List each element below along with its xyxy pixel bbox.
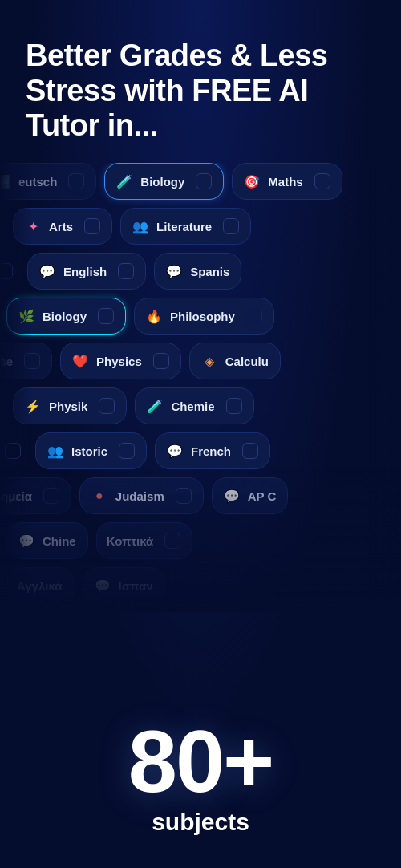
arts-icon: ✦ xyxy=(23,217,43,236)
xhmeia-label: Χημεία xyxy=(0,489,32,503)
biology2-icon: 🌿 xyxy=(17,306,36,326)
chemie-check[interactable] xyxy=(226,398,242,414)
calculus-icon: ◈ xyxy=(200,351,219,371)
subject-row-1: 🔤 eutsch 🧪 Biology 🎯 Maths xyxy=(0,163,401,200)
literature-label: Literature xyxy=(156,220,212,233)
deutsch-icon: 🔤 xyxy=(0,172,12,191)
judaism-label: Judaism xyxy=(115,489,164,503)
subject-pill-deutsch[interactable]: 🔤 eutsch xyxy=(0,163,96,200)
deutsch-check[interactable] xyxy=(68,173,84,189)
physik-label: Physik xyxy=(49,400,87,413)
subject-pill-koptika[interactable]: Κοπτικά xyxy=(96,522,192,559)
ese-check[interactable] xyxy=(24,353,40,369)
subject-row-8: Χημεία ● Judaism 💬 AP C xyxy=(0,477,401,514)
subject-row-7: 👥 Istoric 💬 French xyxy=(0,432,401,469)
subject-row-3: 💬 English 💬 Spanis xyxy=(0,253,401,290)
judaism-icon: ● xyxy=(90,486,109,505)
subject-row-10: Αγγλικά 💬 Ισπαν xyxy=(0,567,401,604)
subject-pill-spanish[interactable]: 💬 Spanis xyxy=(154,253,241,290)
maths-check[interactable] xyxy=(314,173,330,189)
subject-pill-judaism[interactable]: ● Judaism xyxy=(79,477,204,514)
subject-pill-biology1[interactable]: 🧪 Biology xyxy=(104,163,224,200)
subject-pill-philosophy[interactable]: 🔥 Philosophy xyxy=(134,298,274,335)
deutsch-label: eutsch xyxy=(18,175,57,189)
french-label: French xyxy=(191,444,231,458)
arts-label: Arts xyxy=(49,220,73,233)
istoric-icon: 👥 xyxy=(46,441,65,460)
empty-check-1[interactable] xyxy=(0,263,13,279)
calculus-label: Calculu xyxy=(225,355,269,368)
philosophy-check[interactable] xyxy=(246,308,262,324)
subjects-area: 🔤 eutsch 🧪 Biology 🎯 Maths ✦ Arts xyxy=(0,163,401,612)
ispan-label: Ισπαν xyxy=(119,579,153,593)
subject-pill-ap[interactable]: 💬 AP C xyxy=(212,477,289,514)
subject-row-4: 🌿 Biology 🔥 Philosophy xyxy=(0,298,401,335)
subject-pill-ispan[interactable]: 💬 Ισπαν xyxy=(83,567,165,604)
subject-pill-agglika[interactable]: Αγγλικά xyxy=(6,567,75,604)
istoric-label: Istoric xyxy=(71,444,107,458)
ap-icon: 💬 xyxy=(222,486,241,505)
chinese-icon: 💬 xyxy=(17,531,36,550)
xhmeia-check[interactable] xyxy=(43,488,59,504)
subject-pill-maths[interactable]: 🎯 Maths xyxy=(232,163,342,200)
subject-pill-arts[interactable]: ✦ Arts xyxy=(13,208,112,245)
biology1-check[interactable] xyxy=(196,173,212,189)
ese-label: ese xyxy=(0,355,13,368)
subject-pill-physik[interactable]: ⚡ Physik xyxy=(13,387,127,424)
biology2-check[interactable] xyxy=(98,308,114,324)
physics-check[interactable] xyxy=(153,353,169,369)
subject-pill-chinese[interactable]: 💬 Chine xyxy=(6,522,88,559)
philosophy-label: Philosophy xyxy=(170,310,235,323)
subject-row-9: 💬 Chine Κοπτικά xyxy=(0,522,401,559)
chemie-icon: 🧪 xyxy=(145,396,164,416)
subject-pill-physics[interactable]: ❤️ Physics xyxy=(60,343,181,379)
subject-pill-calculus[interactable]: ◈ Calculu xyxy=(189,343,281,379)
judaism-check[interactable] xyxy=(176,488,192,504)
main-title: Better Grades & Less Stress with FREE AI… xyxy=(26,39,375,144)
empty-check-2[interactable] xyxy=(5,443,21,459)
subject-count: 80+ xyxy=(0,717,401,805)
maths-icon: 🎯 xyxy=(242,172,261,191)
biology1-label: Biology xyxy=(140,175,184,189)
subject-pill-istoric[interactable]: 👥 Istoric xyxy=(35,432,147,469)
french-icon: 💬 xyxy=(165,441,184,460)
physics-icon: ❤️ xyxy=(71,351,90,371)
ap-label: AP C xyxy=(248,489,277,503)
istoric-check[interactable] xyxy=(119,443,135,459)
literature-icon: 👥 xyxy=(131,217,150,236)
header-section: Better Grades & Less Stress with FREE AI… xyxy=(0,0,401,163)
english-check[interactable] xyxy=(118,263,134,279)
french-check[interactable] xyxy=(242,443,258,459)
spanish-label: Spanis xyxy=(190,265,229,278)
subject-pill-ese[interactable]: ese xyxy=(0,343,52,379)
subject-row-5: ese ❤️ Physics ◈ Calculu xyxy=(0,343,401,379)
physik-check[interactable] xyxy=(99,398,115,414)
arts-check[interactable] xyxy=(84,218,100,234)
subject-pill-biology2[interactable]: 🌿 Biology xyxy=(6,298,126,335)
literature-check[interactable] xyxy=(223,218,239,234)
chinese-label: Chine xyxy=(43,534,76,548)
biology2-label: Biology xyxy=(43,310,87,323)
subject-row-2: ✦ Arts 👥 Literature xyxy=(6,208,401,245)
physik-icon: ⚡ xyxy=(23,396,43,416)
spanish-icon: 💬 xyxy=(164,262,184,281)
philosophy-icon: 🔥 xyxy=(144,306,164,326)
maths-label: Maths xyxy=(268,175,302,189)
ispan-icon: 💬 xyxy=(93,576,112,595)
agglika-label: Αγγλικά xyxy=(17,579,63,593)
subject-pill-literature[interactable]: 👥 Literature xyxy=(120,208,251,245)
physics-label: Physics xyxy=(96,355,142,368)
english-icon: 💬 xyxy=(38,262,57,281)
subject-pill-xhmeia[interactable]: Χημεία xyxy=(0,477,71,514)
koptika-label: Κοπτικά xyxy=(107,534,154,548)
biology1-icon: 🧪 xyxy=(115,172,134,191)
subject-pill-french[interactable]: 💬 French xyxy=(155,432,270,469)
bottom-section: 80+ subjects xyxy=(0,717,401,868)
subject-row-6: ⚡ Physik 🧪 Chemie xyxy=(6,387,401,424)
koptika-check[interactable] xyxy=(164,533,180,549)
subject-pill-english[interactable]: 💬 English xyxy=(27,253,146,290)
subjects-label: subjects xyxy=(0,809,401,836)
english-label: English xyxy=(63,265,107,278)
chemie-label: Chemie xyxy=(171,400,214,413)
subject-pill-chemie[interactable]: 🧪 Chemie xyxy=(135,387,253,424)
